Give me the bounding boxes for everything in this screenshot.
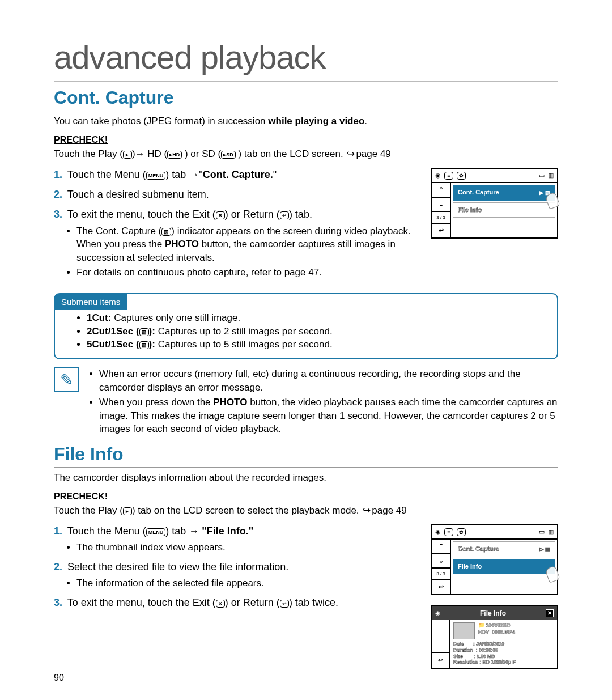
settings-icon: ✿ <box>457 172 466 180</box>
intro-text: You can take photos (JPEG format) in suc… <box>54 116 268 126</box>
folder-name: 📁 100VIDEO <box>478 622 515 629</box>
page-counter: 3 / 3 <box>432 212 450 224</box>
return-icon: ↩ <box>280 211 289 219</box>
submenu-arrow-icon: ▶ ▧ <box>539 189 550 197</box>
bullet: The thumbnail index view appears. <box>76 541 424 554</box>
page-number: 90 <box>54 672 64 684</box>
return-icon: ↩ <box>280 600 289 608</box>
menu-icon: ≡ <box>444 172 453 180</box>
t: HD ( <box>145 149 168 159</box>
scroll-down-button[interactable]: ⌄ <box>432 554 450 569</box>
lcd-item-cont-capture[interactable]: Cont. Capture ▶ ▧ <box>453 185 555 200</box>
menu-icon: ≡ <box>444 528 453 536</box>
step-number: 1. <box>54 525 62 537</box>
item-label: File Info <box>458 206 482 214</box>
file-info-card-title: File Info <box>480 609 506 618</box>
step-number: 3. <box>54 209 62 220</box>
t: " <box>273 169 277 180</box>
file-date: Date : JAN/01/2010 <box>453 641 554 647</box>
lcd-screenshot-1: ◉ ≡ ✿ ▭ ▥ ⌃ ⌄ 3 / 3 ↩ Cont. Capture ▶ ▧ <box>431 168 558 239</box>
submenu-item: 5Cut/1Sec (▧): Captures up to 5 still im… <box>87 338 548 351</box>
arrow-icon <box>135 149 145 159</box>
note-icon: ✎ <box>54 367 79 392</box>
icon: ▧ <box>139 341 149 349</box>
submenu-items-box: Submenu items 1Cut: Captures only one st… <box>54 293 558 359</box>
playback-mode-icon: ◉ <box>435 528 441 536</box>
settings-icon: ✿ <box>457 528 466 536</box>
step-3: 3. To exit the menu, touch the Exit (✕) … <box>54 207 424 279</box>
intro-post: . <box>364 116 367 126</box>
precheck-text-1: Touch the Play (▸) HD (▸HD ) or SD (▸SD … <box>54 147 558 161</box>
item-label: File Info <box>458 562 482 571</box>
t: The Cont. Capture ( <box>76 226 162 236</box>
step-number: 3. <box>54 597 62 608</box>
cont-capture-steps: 1. Touch the Menu (MENU) tab "Cont. Capt… <box>54 168 424 285</box>
battery-icon: ▥ <box>548 171 554 180</box>
t: Touch a desired submenu item. <box>67 189 209 200</box>
scroll-up-button[interactable]: ⌃ <box>432 183 450 197</box>
playback-mode-icon: ◉ <box>435 609 440 617</box>
bullet: The information of the selected file app… <box>76 576 424 590</box>
lcd-screenshot-2: ◉ ≡ ✿ ▭ ▥ ⌃ ⌄ 3 / 3 ↩ Cont. C <box>431 524 558 595</box>
item-label: Cont. Capture <box>458 188 499 197</box>
submenu-item: 2Cut/1Sec (▧): Captures up to 2 still im… <box>87 325 548 338</box>
scroll-up-button[interactable]: ⌃ <box>432 540 450 554</box>
return-button[interactable]: ↩ <box>432 652 449 668</box>
precheck-label-1: PRECHECK! <box>54 134 558 146</box>
submenu-item: 1Cut: Captures only one still image. <box>87 311 548 325</box>
submenu-items-label: Submenu items <box>54 294 127 310</box>
step-1: 1. Touch the Menu (MENU) tab "Cont. Capt… <box>54 168 424 182</box>
bullet: For details on continuous photo capture,… <box>76 266 424 279</box>
scroll-down-button[interactable]: ⌄ <box>432 198 450 212</box>
step-2: 2. Select the desired file to view the f… <box>54 560 424 590</box>
exit-icon: ✕ <box>216 211 225 219</box>
step-3: 3. To exit the menu, touch the Exit (✕) … <box>54 596 424 610</box>
t: To exit the menu, touch the Exit ( <box>67 209 216 220</box>
cont-capture-intro: You can take photos (JPEG format) in suc… <box>54 114 558 128</box>
t: ) tab on the LCD screen. <box>236 149 346 159</box>
note-item: When you press down the PHOTO button, th… <box>99 396 558 436</box>
file-info-card: ◉ File Info ✕ ↩ 📁 100VIDEO HDV_0005.MP4 <box>431 605 558 669</box>
t: ) or Return ( <box>225 209 280 220</box>
file-size: Size : 9.56 MB <box>453 654 554 660</box>
thumbnail-icon <box>453 622 475 639</box>
t: PHOTO <box>165 239 199 249</box>
note-item: When an error occurs (memory full, etc) … <box>99 367 558 394</box>
lcd-item-cont-capture[interactable]: Cont. Capture ▷ ▧ <box>453 541 555 557</box>
t: ) tab. <box>289 209 312 220</box>
submenu-arrow-icon: ▷ ▧ <box>539 546 550 553</box>
arrow-icon <box>189 169 199 180</box>
card-icon: ▭ <box>539 171 545 180</box>
return-button[interactable]: ↩ <box>432 224 450 237</box>
page-counter: 3 / 3 <box>432 569 450 580</box>
section-cont-capture-title: Cont. Capture <box>54 85 558 111</box>
menu-tab-icon: MENU <box>146 172 166 180</box>
step-2: 2. Touch a desired submenu item. <box>54 188 424 202</box>
close-button[interactable]: ✕ <box>546 609 554 617</box>
return-button[interactable]: ↩ <box>432 580 450 593</box>
play-tab-icon: ▸ <box>123 507 132 515</box>
file-info-intro: The camcorder displays information about… <box>54 471 558 485</box>
lcd-item-file-info[interactable]: File Info <box>453 559 555 574</box>
hd-tab-icon: ▸HD <box>167 151 182 159</box>
icon: ▧ <box>139 328 149 336</box>
cont-capture-indicator-icon: ▧ <box>162 228 171 236</box>
t: ) or SD ( <box>182 149 221 159</box>
step-number: 2. <box>54 189 62 200</box>
exit-icon: ✕ <box>216 600 225 608</box>
file-name: HDV_0005.MP4 <box>478 629 515 636</box>
battery-icon: ▥ <box>548 528 554 536</box>
intro-bold: while playing a video <box>268 116 364 126</box>
note-box: ✎ When an error occurs (memory full, etc… <box>54 367 558 437</box>
sd-tab-icon: ▸SD <box>221 151 236 159</box>
t: ) tab <box>165 169 189 180</box>
t: page 49 <box>356 149 390 159</box>
playback-mode-icon: ◉ <box>435 171 441 180</box>
lcd-item-file-info[interactable]: File Info <box>453 202 555 218</box>
page-title: advanced playback <box>54 34 558 82</box>
section-file-info-title: File Info <box>54 442 558 468</box>
ref-arrow-icon <box>346 149 356 159</box>
t: Touch the Menu ( <box>67 169 146 180</box>
ref-arrow-icon <box>362 505 372 516</box>
arrow-icon <box>189 525 199 537</box>
